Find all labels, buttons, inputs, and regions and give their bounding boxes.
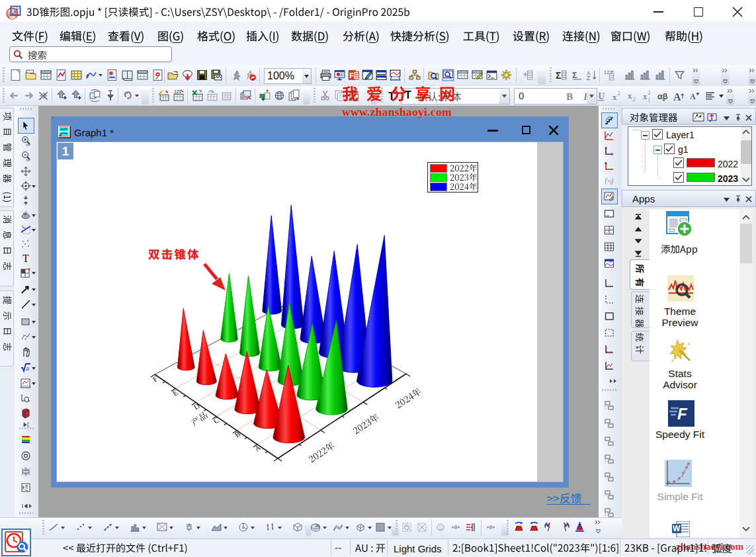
svg-text:a: a bbox=[26, 365, 29, 372]
svg-text:2: 2 bbox=[633, 96, 636, 103]
svg-text:E: E bbox=[171, 388, 179, 398]
svg-text:T: T bbox=[22, 253, 29, 264]
svg-text:123: 123 bbox=[174, 89, 181, 94]
svg-text:A: A bbox=[673, 91, 681, 103]
svg-text:B: B bbox=[566, 91, 573, 102]
svg-text:T: T bbox=[388, 91, 395, 102]
svg-text:*: * bbox=[24, 337, 26, 343]
svg-text:I: I bbox=[583, 91, 588, 102]
svg-text:F: F bbox=[677, 405, 688, 423]
svg-text:D: D bbox=[192, 402, 202, 411]
svg-text:W: W bbox=[673, 524, 681, 533]
svg-text:B: B bbox=[233, 429, 242, 439]
svg-text:Σ: Σ bbox=[556, 71, 561, 81]
svg-text:αβ: αβ bbox=[657, 92, 668, 101]
svg-text:x: x bbox=[643, 92, 648, 101]
svg-text:x: x bbox=[628, 91, 632, 101]
svg-text:A: A bbox=[690, 93, 696, 101]
svg-text:Z: Z bbox=[587, 75, 590, 81]
svg-text:1: 1 bbox=[648, 97, 651, 103]
svg-text:xy: xy bbox=[607, 179, 612, 184]
svg-text:2: 2 bbox=[618, 90, 620, 97]
svg-text:U: U bbox=[598, 91, 605, 101]
svg-text:A: A bbox=[253, 443, 263, 453]
svg-text:C: C bbox=[212, 415, 221, 425]
svg-text:a: a bbox=[28, 267, 30, 271]
svg-text:x: x bbox=[612, 93, 617, 102]
svg-text:C: C bbox=[25, 488, 28, 492]
svg-text:2: 2 bbox=[648, 90, 651, 96]
svg-text:F: F bbox=[151, 374, 159, 384]
svg-text:Σ: Σ bbox=[572, 71, 577, 80]
